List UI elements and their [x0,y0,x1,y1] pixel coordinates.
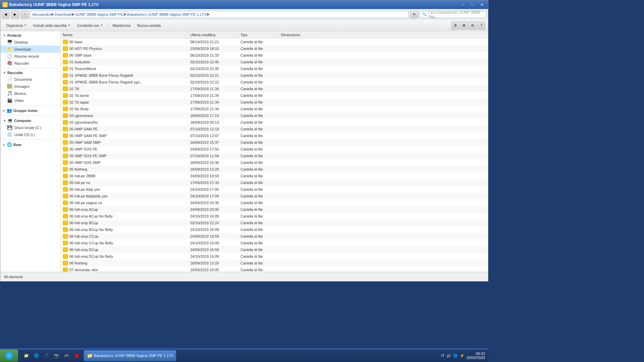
sidebar-label-documenti: Documenti [14,77,32,81]
file-name: 06 hdt-pe vagina no [69,201,102,205]
table-row[interactable]: 01 XPMSE 3BBB Bone Flimsy Ragdoll02/10/2… [61,72,488,79]
table-row[interactable]: 06 hdt-smp ACup No Belly24/10/2019 16:09… [61,213,488,220]
file-name: 01 XPMSE 3BBB Bone Flimsy Ragdoll [69,73,133,77]
table-row[interactable]: 06 hdt-smp DCup No Belly24/10/2019 16:09… [61,253,488,260]
view-toggle-button[interactable]: ⊞ [460,21,468,29]
cdI-icon: 💿 [7,132,12,137]
col-header-size[interactable]: Dimensione [279,31,312,38]
sidebar-item-recent[interactable]: 🕐 Risorse recenti [0,53,60,60]
table-row[interactable]: 00 base08/10/2019 21:21Cartella di file [61,39,488,45]
path-part-4: Bakafactory UUNP 3BBB Vagina SMP PE 1.17… [127,12,206,16]
sidebar-item-collections[interactable]: 📚 Raccolte [0,60,60,67]
table-row[interactable]: 02 7b oppai17/09/2019 21:34Cartella di f… [61,99,488,106]
table-row[interactable]: 06 hdt-smp ACup24/09/2019 20:06Cartella … [61,206,488,213]
table-row[interactable]: 01 bodyslide02/10/2019 22:45Cartella di … [61,59,488,65]
file-name: 06 hdt-smp CCup [69,234,98,238]
system-clock[interactable]: 09:42 20/03/2020 [467,352,485,360]
file-name: 06 hdt-smp ACup [69,207,98,212]
sidebar-item-desktop[interactable]: 🖥️ Desktop [0,39,60,46]
sidebar-item-video[interactable]: 🎬 Video [0,97,60,104]
sidebar-item-immagini[interactable]: 🖼️ Immagini [0,83,60,90]
table-row[interactable]: 00 SMP base08/10/2019 21:33Cartella di f… [61,52,488,59]
table-row[interactable]: 05 HMP SOS PE24/09/2019 17:55Cartella di… [61,146,488,153]
address-path[interactable]: Alessandro ▶ Download ▶ UUNP 3BBB Vagina… [30,11,409,18]
table-row[interactable]: 00 HDT PE Physics23/09/2019 18:10Cartell… [61,45,488,52]
table-row[interactable]: 06 hdt-smp CCup24/09/2019 18:59Cartella … [61,233,488,240]
table-row[interactable]: 05 HMP SAM PE07/10/2019 12:19Cartella di… [61,126,488,132]
taskbar-app5-icon[interactable]: 🎮 [62,351,71,360]
sidebar-header-preferiti[interactable]: ▼ Preferiti [0,33,60,39]
taskbar-active-window[interactable]: 📁 Bakafactory UUNP 3BBB Vagina SMP PE 1.… [84,350,176,361]
table-row[interactable]: 06 hdt-smp DCup24/09/2019 18:58Cartella … [61,246,488,253]
table-row[interactable]: 02 7b bomb17/09/2019 21:34Cartella di fi… [61,92,488,99]
sidebar-item-musica[interactable]: 🎵 Musica [0,90,60,97]
sidebar-item-cdI[interactable]: 💿 Unità CD (I:) [0,131,60,138]
table-row[interactable]: 05 HMP SOS SMP18/09/2019 15:36Cartella d… [61,159,488,166]
sidebar-header-rete[interactable]: ▷ 🌐 Rete [0,141,60,148]
sidebar-item-documenti[interactable]: 📄 Documenti [0,76,60,83]
taskbar-explorer-icon[interactable]: 📁 [21,351,31,360]
taskbar-browser-icon[interactable]: 🌐 [32,351,41,360]
sidebar-header-computer[interactable]: ▼ 💻 Computer [0,117,60,124]
table-row[interactable]: 05 HMP SAM PE SMP07/10/2019 12:07Cartell… [61,132,488,139]
table-row[interactable]: 06 hdt-smp BCup No Belly24/10/2019 16:09… [61,226,488,233]
col-header-type[interactable]: Tipo [238,31,279,38]
help-button[interactable]: ? [477,21,485,29]
maximize-button[interactable]: □ [468,1,477,8]
sidebar-section-preferiti: ▼ Preferiti 🖥️ Desktop 📁 Download 🕐 Riso… [0,33,60,67]
table-row[interactable]: 05 HMP SAM SMP18/09/2019 15:37Cartella d… [61,139,488,146]
file-name-cell: 05 HMP SOS SMP [61,160,188,165]
table-row[interactable]: 05 Nothing18/09/2019 13:29Cartella di fi… [61,166,488,173]
folder-icon [63,241,68,245]
sidebar-label-musica: Musica [14,92,26,96]
start-button[interactable] [0,350,18,362]
table-row[interactable]: 01 XPMSE 3BBB Bone Flimsy Ragdoll ygn...… [61,79,488,85]
taskbar-app4-icon[interactable]: 📷 [52,351,61,360]
table-row[interactable]: 05 HMP SOS PE SMP07/10/2019 11:58Cartell… [61,153,488,159]
up-button[interactable]: ↑ [20,10,29,18]
taskbar-app6-icon[interactable]: ⬤ [72,351,81,360]
new-folder-button[interactable]: Nuova cartella [134,21,164,30]
search-box[interactable]: 🔍 Cerca Bakafactory UUNP 3BBB Vag... [420,11,487,18]
search-icon: 🔍 [422,12,427,16]
sidebar-header-raccolte[interactable]: ▼ Raccolte [0,70,60,76]
table-row[interactable]: 06 hdt-pe tbbpbelly yes24/10/2019 17:04C… [61,193,488,199]
file-name-cell: 03 ygnordraceNo [61,120,188,125]
share-with-button[interactable]: Condividi con ▼ [74,21,106,30]
table-row[interactable]: 06 hdt-pe vagina no24/09/2019 20:30Carte… [61,199,488,206]
table-row[interactable]: 01 TextureBlend02/10/2019 22:45Cartella … [61,65,488,72]
burn-label: Masterizza [113,23,130,27]
col-header-name[interactable]: Nome [61,31,188,38]
table-row[interactable]: 02 No Body17/09/2019 21:34Cartella di fi… [61,106,488,112]
view-details-button[interactable]: ☰ [451,21,459,29]
forward-button[interactable]: ▶ [11,10,19,18]
close-button[interactable]: ✕ [477,1,486,8]
minimize-button[interactable]: ─ [459,1,467,8]
file-name: 02 7b bomb [69,94,89,98]
sidebar-item-download[interactable]: 📁 Download [0,46,60,53]
back-button[interactable]: ◀ [2,10,10,18]
table-row[interactable]: 03 ygnordraceNo18/09/2019 00:13Cartella … [61,119,488,126]
sidebar-item-discoC[interactable]: 💾 Disco locale (C:) [0,124,60,131]
table-row[interactable]: 06 Nothing18/09/2019 13:29Cartella di fi… [61,260,488,266]
organize-button[interactable]: Organizza ▼ [3,21,30,30]
table-row[interactable]: 07 demoniac skin18/09/2019 18:05Cartella… [61,266,488,272]
table-row[interactable]: 06 hdt-pe tbbp yes24/10/2019 17:05Cartel… [61,186,488,193]
collections-icon: 📚 [7,61,12,66]
file-date-cell: 18/09/2019 17:14 [188,114,238,118]
include-in-library-button[interactable]: Includi nella raccolta ▼ [30,21,73,30]
taskbar-media-icon[interactable]: 🎵 [42,351,51,360]
sidebar-header-gruppo[interactable]: ▷ 👥 Gruppo home [0,107,60,114]
file-type-cell: Cartella di file [238,87,279,91]
col-header-date[interactable]: Ultima modifica [188,31,238,38]
status-bar: 49 elementi [0,272,488,281]
table-row[interactable]: 06 hdt-pe 2BBB24/09/2019 18:59Cartella d… [61,173,488,179]
burn-button[interactable]: Masterizza [110,21,133,30]
table-row[interactable]: 03 ygnordrace18/09/2019 17:14Cartella di… [61,112,488,119]
table-row[interactable]: 06 hdt-smp BCup02/10/2019 22:24Cartella … [61,220,488,226]
refresh-button[interactable]: ↻ [410,10,418,18]
table-row[interactable]: 06 hdt-pe no17/09/2019 21:33Cartella di … [61,179,488,186]
view-large-button[interactable]: ⊟ [469,21,477,29]
table-row[interactable]: 06 hdt-smp CCup No Belly24/10/2019 16:09… [61,240,488,246]
table-row[interactable]: 02 7B17/09/2019 21:34Cartella di file [61,85,488,92]
